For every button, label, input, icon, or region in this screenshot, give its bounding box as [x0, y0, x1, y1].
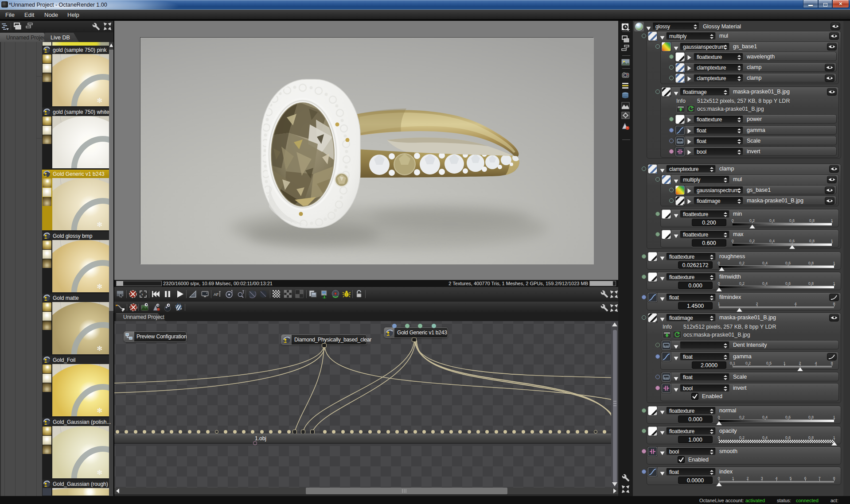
svg-text:x: x — [141, 292, 143, 296]
svg-text:AF: AF — [214, 292, 219, 297]
